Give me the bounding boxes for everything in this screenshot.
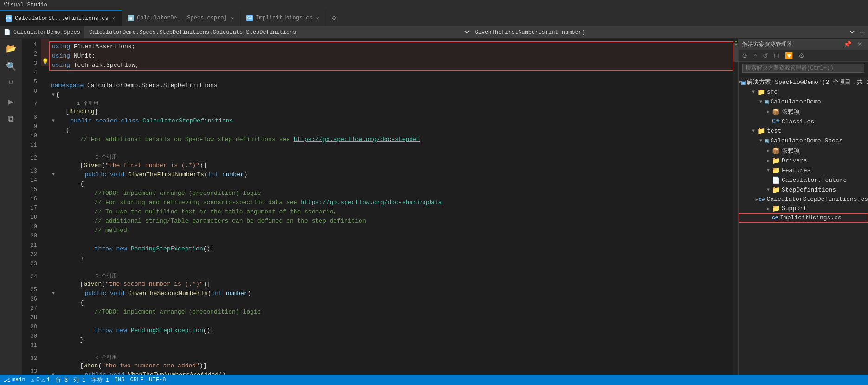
code-line-23 [49, 263, 733, 272]
code-line-9: { [49, 126, 733, 135]
tree-calcstepdefs-file[interactable]: ▶ C# CalculatorStepDefinitions.cs [739, 195, 868, 204]
tree-support-folder[interactable]: ▶ 📁 Support [739, 204, 868, 213]
specs-label: CalculatorDemo.Specs [770, 137, 842, 144]
tree-stepdefs-folder[interactable]: ▼ 📁 StepDefinitions [739, 185, 868, 195]
new-tab-button[interactable]: ⊕ [328, 10, 340, 26]
status-branch[interactable]: ⎇ main [4, 377, 26, 384]
tree-deps2[interactable]: ▶ 📦 依赖项 [739, 146, 868, 156]
code-line-33: ▼ public void WhenTheTwoNumbersAreAdded(… [49, 371, 733, 375]
tree-deps1[interactable]: ▶ 📦 依赖项 [739, 107, 868, 117]
collapse-13[interactable]: ▼ [51, 170, 56, 180]
method-selector[interactable]: GivenTheFirstNumberIs(int number) [470, 26, 856, 38]
code-block-7: 1 个引用 [Binding] [49, 100, 733, 116]
tab-close-3[interactable]: ✕ [315, 14, 321, 22]
stepdefs-arrow[interactable]: ▼ [765, 187, 772, 192]
deps2-arrow[interactable]: ▶ [765, 148, 772, 154]
collapse-25[interactable]: ▼ [51, 289, 56, 298]
sidebar-extensions-icon[interactable]: ⧉ [2, 111, 20, 128]
sidebar-explorer-icon[interactable]: 📂 [2, 40, 20, 57]
gutter-3[interactable]: 💡 [41, 57, 49, 66]
home-button[interactable]: ⌂ [752, 51, 759, 60]
sync-button[interactable]: ⟳ [740, 51, 750, 60]
calcstepdefs-arrow[interactable]: ▶ [755, 197, 759, 202]
tab-bar: C# CalculatorSt...efinitions.cs ✕ ▣ Calc… [0, 10, 868, 26]
ln-26: 26 [28, 295, 37, 304]
tab-close-2[interactable]: ✕ [230, 14, 235, 22]
code-line-8: ▼ public sealed class CalculatorStepDefi… [49, 116, 733, 126]
deps1-label: 依赖项 [782, 108, 800, 116]
solution-search-input[interactable] [742, 64, 864, 73]
tree-class1[interactable]: C# Class1.cs [739, 117, 868, 126]
deps2-label: 依赖项 [782, 147, 800, 155]
drivers-label: Drivers [782, 157, 807, 164]
code-editor[interactable]: using FluentAssertions; using NUnit; usi… [49, 38, 733, 375]
line-numbers: 1 2 3 4 5 6 7 8 9 10 11 12 13 14 15 16 1… [22, 38, 41, 375]
tree-calculatordemo-specs[interactable]: ▼ ▣ CalculatorDemo.Specs [739, 136, 868, 146]
code-line-7-refs: 1 个引用 [49, 100, 733, 107]
collapse-8[interactable]: ▼ [51, 116, 56, 126]
solution-tree: ▼ ▣ 解决方案'SpecFlowDemo'(2 个项目，共 2 个) ▼ 📁 … [739, 75, 868, 375]
tree-calculator-feature[interactable]: 📄 Calculator.feature [739, 175, 868, 185]
warning-count: 1 [46, 377, 50, 383]
branch-icon: ⎇ [4, 377, 10, 384]
class1-icon: C# [772, 118, 780, 125]
error-icon: ⚠ [31, 377, 34, 384]
tab-implicitusings[interactable]: C# ImplicitUsings.cs ✕ [241, 10, 326, 26]
ln-1: 1 [28, 40, 37, 50]
status-crlf[interactable]: CRLF [130, 377, 144, 383]
src-arrow[interactable]: ▼ [750, 90, 757, 95]
collapse-all-button[interactable]: ⊟ [772, 51, 781, 60]
gutter-2 [41, 48, 49, 57]
settings-button[interactable]: ⚙ [797, 51, 806, 60]
status-bar: ⎇ main ⚠ 0 ⚠ 1 行 3 列 1 字符 1 INS CRLF UTF… [0, 375, 868, 385]
filter-button[interactable]: 🔽 [783, 51, 795, 60]
close-panel-button[interactable]: ✕ [855, 39, 864, 49]
deps1-arrow[interactable]: ▶ [765, 109, 772, 115]
breadcrumb-project: CalculatorDemo.Specs [13, 29, 80, 36]
code-line-12-refs: 0 个引用 [49, 154, 733, 161]
gutter-13 [41, 150, 49, 159]
pin-button[interactable]: 📌 [842, 39, 853, 49]
status-ins[interactable]: INS [115, 377, 125, 383]
refresh-button[interactable]: ↺ [761, 51, 770, 60]
specs-arrow[interactable]: ▼ [757, 138, 765, 143]
gutter-1 [41, 38, 49, 48]
tab-calculatordemo-csproj[interactable]: ▣ CalculatorDe...Specs.csproj ✕ [122, 10, 241, 26]
drivers-icon: 📁 [772, 157, 780, 165]
add-member-button[interactable]: + [856, 26, 868, 38]
code-line-19: // method. [49, 226, 733, 235]
code-line-32-refs: 0 个引用 [49, 354, 733, 361]
namespace-selector[interactable]: CalculatorDemo.Specs.StepDefinitions.Cal… [84, 26, 470, 38]
features-icon: 📁 [772, 167, 780, 174]
collapse-6[interactable]: ▼ [51, 90, 56, 100]
test-arrow[interactable]: ▼ [750, 128, 757, 134]
code-line-11 [49, 144, 733, 154]
status-errors[interactable]: ⚠ 0 ⚠ 1 [31, 377, 50, 384]
ln-25: 25 [28, 285, 37, 295]
sidebar-search-icon[interactable]: 🔍 [2, 58, 20, 75]
editor-scrollbar[interactable] [733, 38, 738, 375]
features-arrow[interactable]: ▼ [765, 168, 772, 173]
tree-src-folder[interactable]: ▼ 📁 src [739, 87, 868, 97]
tab-calculatorstepdefinitions[interactable]: C# CalculatorSt...efinitions.cs ✕ [0, 10, 122, 26]
solution-root[interactable]: ▼ ▣ 解决方案'SpecFlowDemo'(2 个项目，共 2 个) [739, 77, 868, 87]
tab-close-1[interactable]: ✕ [111, 14, 116, 22]
collapse-33[interactable]: ▼ [51, 371, 56, 375]
code-line-26: { [49, 298, 733, 308]
sidebar-debug-icon[interactable]: ▶ [2, 93, 20, 110]
code-line-13: ▼ public void GivenTheFirstNumberIs(int … [49, 170, 733, 180]
sidebar-git-icon[interactable]: ⑂ [2, 76, 20, 92]
support-arrow[interactable]: ▶ [765, 206, 772, 212]
tree-test-folder[interactable]: ▼ 📁 test [739, 126, 868, 136]
ln-32: 32 [28, 350, 37, 367]
tree-features-folder[interactable]: ▼ 📁 Features [739, 166, 868, 175]
calcstepdefs-icon: C# [759, 197, 765, 202]
tree-drivers-folder[interactable]: ▶ 📁 Drivers [739, 156, 868, 166]
calculatordemo-arrow[interactable]: ▼ [757, 99, 765, 104]
drivers-arrow[interactable]: ▶ [765, 158, 772, 164]
tree-calculatordemo[interactable]: ▼ ▣ CalculatorDemo [739, 97, 868, 107]
code-line-14: { [49, 180, 733, 189]
tree-implicitusings[interactable]: C# ImplicitUsings.cs [739, 213, 868, 222]
ln-2: 2 [28, 50, 37, 59]
status-encoding[interactable]: UTF-8 [149, 377, 166, 383]
